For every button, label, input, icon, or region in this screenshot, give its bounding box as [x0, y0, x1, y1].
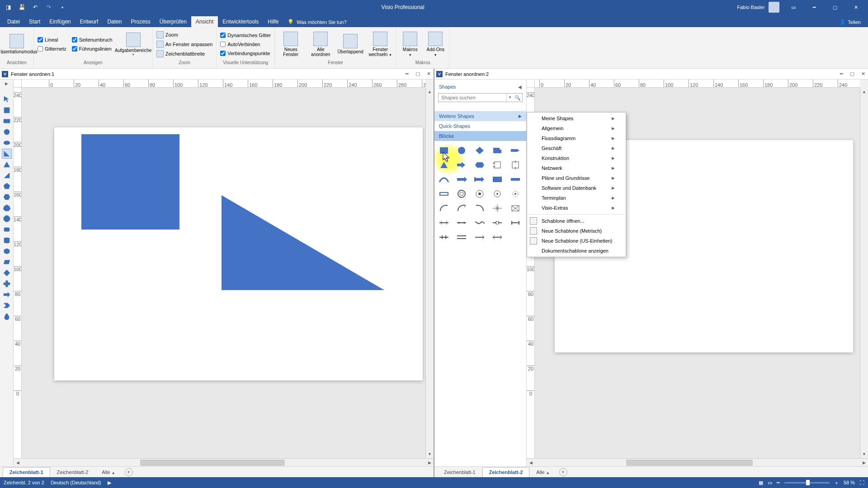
chk-verbindungspunkte[interactable]: Verbindungspunkte — [220, 49, 271, 57]
shape-rect-icon[interactable] — [2, 117, 11, 126]
chk-lineal[interactable]: Lineal — [38, 36, 66, 44]
qat-customize[interactable]: ▾ — [56, 1, 69, 14]
drawing-page[interactable] — [54, 127, 423, 380]
child-maximize-button[interactable]: ▢ — [849, 71, 855, 77]
ctx-flussdiagramm[interactable]: Flussdiagramm▶ — [527, 133, 626, 143]
chk-gitternetz[interactable]: Gitternetz — [38, 45, 66, 53]
gallery-shape-23[interactable] — [455, 202, 468, 214]
zoom-slider[interactable] — [784, 482, 830, 483]
page-tab[interactable]: Zeichenblatt-1 — [437, 467, 482, 477]
status-language[interactable]: Deutsch (Deutschland) — [51, 480, 101, 485]
shape-heptagon-icon[interactable] — [2, 203, 11, 212]
gallery-shape-5[interactable] — [437, 159, 451, 171]
gallery-shape-26[interactable] — [509, 202, 522, 214]
ctx-visio-extras[interactable]: Visio-Extras▶ — [527, 203, 626, 213]
window-right-titlebar[interactable]: V Fenster anordnen:2 ━ ▢ ✕ — [434, 69, 868, 80]
qat-undo[interactable]: ↶ — [29, 1, 42, 14]
tab-all[interactable]: Alle ▲ — [95, 467, 122, 477]
gallery-shape-34[interactable] — [473, 231, 486, 243]
shape-octagon-icon[interactable] — [2, 214, 11, 223]
vscrollbar[interactable]: ▲▼ — [425, 88, 434, 458]
child-close-button[interactable]: ✕ — [860, 71, 866, 77]
macro-rec-icon[interactable]: ▶ — [108, 480, 111, 486]
ctx-action-2[interactable]: Neue Schablone (US-Einheiten) — [527, 236, 626, 246]
maximize-button[interactable]: ▢ — [825, 0, 845, 14]
ctx-action-3[interactable]: Dokumentschablone anzeigen — [527, 246, 626, 256]
window-left-titlebar[interactable]: V Fenster anordnen:1 ━ ▢ ✕ — [0, 69, 434, 80]
gallery-shape-35[interactable] — [491, 231, 504, 243]
menu-überprüfen[interactable]: Überprüfen — [155, 16, 191, 27]
shape-ellipse-icon[interactable] — [2, 138, 11, 147]
avatar[interactable] — [769, 2, 779, 13]
shape-cross-icon[interactable] — [2, 279, 11, 288]
ribbon-options-button[interactable]: ▭ — [783, 0, 804, 14]
gallery-shape-30[interactable] — [491, 217, 504, 229]
ctx-meine-shapes[interactable]: Meine Shapes▶ — [527, 113, 626, 123]
gallery-shape-20[interactable] — [491, 188, 504, 200]
gallery-shape-24[interactable] — [473, 202, 486, 214]
menu-start[interactable]: Start — [24, 16, 45, 27]
cat-more-shapes[interactable]: Weitere Shapes ▶ — [434, 111, 526, 121]
ctx-allgemein[interactable]: Allgemein▶ — [527, 123, 626, 133]
canvas-left[interactable] — [22, 88, 425, 458]
view-wide-icon[interactable]: ▭ — [768, 480, 772, 486]
gallery-shape-3[interactable] — [491, 145, 504, 156]
user-area[interactable]: Fabio Basler — [737, 2, 779, 13]
menu-entwurf[interactable]: Entwurf — [75, 16, 103, 27]
chk-führungslinien[interactable]: Führungslinien — [72, 45, 113, 53]
win-fenster-wechseln[interactable]: Fenster wechseln ▼ — [366, 29, 394, 60]
gallery-shape-19[interactable] — [473, 188, 486, 200]
tool-pointer-icon[interactable] — [2, 95, 11, 104]
tell-me[interactable]: 💡 Was möchten Sie tun? — [283, 17, 351, 27]
ruler-horizontal[interactable]: 0204060801001201401601802002202402602803… — [22, 80, 425, 88]
fit-window-icon[interactable]: ⛶ — [859, 480, 864, 485]
shape-can-icon[interactable] — [2, 236, 11, 245]
qat-save[interactable]: 💾 — [15, 1, 28, 14]
gallery-shape-17[interactable] — [437, 188, 451, 200]
share-button[interactable]: 👤 Teilen — [835, 17, 865, 27]
macro-add-ons[interactable]: Add-Ons▼ — [424, 29, 447, 60]
menu-hilfe[interactable]: Hilfe — [263, 16, 283, 27]
task-panes-button[interactable]: Aufgabenbereiche ▼ — [116, 29, 151, 60]
search-icon[interactable]: 🔍 — [514, 94, 522, 102]
zoom-zeichenblattbreite[interactable]: Zeichenblattbreite — [155, 49, 215, 58]
shapes-search-input[interactable] — [439, 94, 506, 102]
ctx-pläne-und-grundrisse[interactable]: Pläne und Grundrisse▶ — [527, 173, 626, 183]
page-tab[interactable]: Zeichenblatt-2 — [50, 467, 95, 477]
gallery-shape-12[interactable] — [437, 174, 451, 185]
gallery-shape-1[interactable] — [455, 145, 468, 156]
child-minimize-button[interactable]: ━ — [404, 71, 410, 77]
win-neues-fenster[interactable]: Neues Fenster — [277, 29, 305, 60]
child-minimize-button[interactable]: ━ — [838, 71, 844, 77]
ctx-konstruktion[interactable]: Konstruktion▶ — [527, 153, 626, 163]
shape-ltriangle-icon[interactable] — [2, 171, 11, 180]
gallery-shape-18[interactable] — [455, 188, 468, 200]
menu-prozess[interactable]: Prozess — [126, 16, 155, 27]
ctx-action-0[interactable]: Schablone öffnen... — [527, 216, 626, 226]
hscrollbar[interactable]: ◀ ▶ — [14, 458, 434, 466]
shape-diamond-icon[interactable] — [2, 268, 11, 277]
gallery-shape-31[interactable] — [509, 217, 522, 229]
gallery-shape-32[interactable] — [437, 231, 451, 243]
child-close-button[interactable]: ✕ — [425, 71, 432, 77]
shape-arrow-icon[interactable] — [2, 290, 11, 299]
vscrollbar[interactable]: ▲▼ — [860, 88, 868, 458]
zoom-in-button[interactable]: ＋ — [834, 479, 839, 486]
hscrollbar[interactable]: ◀ ▶ — [527, 458, 868, 466]
ctx-action-1[interactable]: Neue Schablone (Metrisch) — [527, 226, 626, 236]
menu-ansicht[interactable]: Ansicht — [191, 16, 218, 27]
shapes-search[interactable]: ▼ 🔍 — [438, 93, 523, 102]
gallery-shape-21[interactable] — [509, 188, 522, 200]
add-page-button[interactable]: + — [559, 468, 567, 476]
ctx-netzwerk[interactable]: Netzwerk▶ — [527, 163, 626, 173]
cat-quick-shapes[interactable]: Quick-Shapes — [434, 121, 526, 131]
ctx-terminplan[interactable]: Terminplan▶ — [527, 193, 626, 203]
macro-makros[interactable]: Makros▼ — [398, 29, 422, 60]
ctx-software-und-datenbank[interactable]: Software und Datenbank▶ — [527, 183, 626, 193]
zoom-level[interactable]: 58 % — [844, 480, 855, 485]
gallery-shape-28[interactable] — [455, 217, 468, 229]
win-überlappend[interactable]: Überlappend — [336, 29, 364, 60]
search-dropdown-icon[interactable]: ▼ — [506, 94, 514, 102]
gallery-shape-2[interactable] — [473, 145, 486, 156]
tab-all[interactable]: Alle ▲ — [529, 467, 556, 477]
